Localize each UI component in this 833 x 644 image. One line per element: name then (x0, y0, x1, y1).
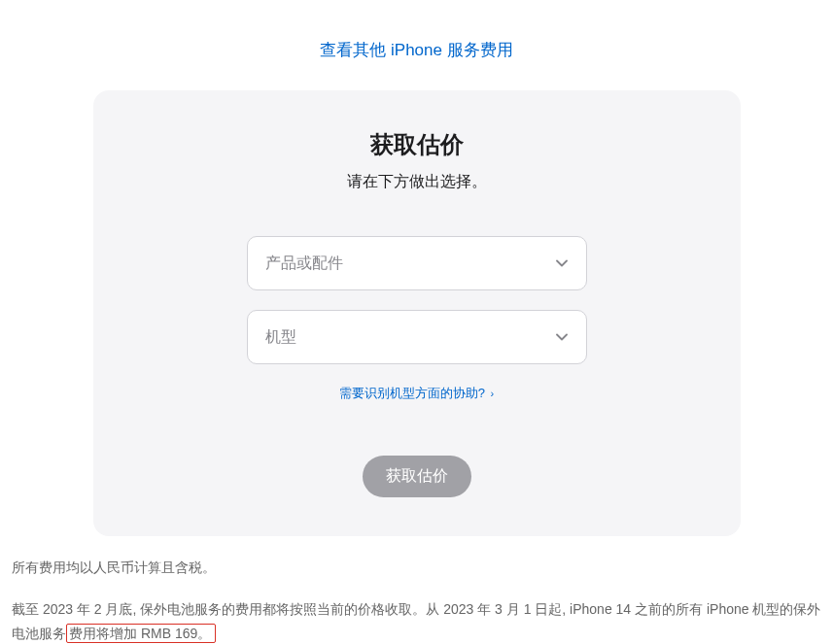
identify-model-help-link[interactable]: 需要识别机型方面的协助? › (339, 386, 495, 400)
card-subtitle: 请在下方做出选择。 (142, 172, 692, 192)
card-title: 获取估价 (142, 129, 692, 160)
estimate-card: 获取估价 请在下方做出选择。 产品或配件 机型 需要识别机型方面的协助? › (93, 90, 741, 536)
model-select[interactable]: 机型 (247, 310, 587, 364)
price-increase-highlight: 费用将增加 RMB 169。 (66, 624, 216, 643)
chevron-down-icon (555, 256, 569, 270)
chevron-right-icon: › (491, 388, 495, 399)
footer-text: 所有费用均以人民币计算且含税。 截至 2023 年 2 月底, 保外电池服务的费… (0, 556, 833, 644)
top-link-container: 查看其他 iPhone 服务费用 (0, 0, 833, 90)
footer-line-1: 所有费用均以人民币计算且含税。 (12, 556, 821, 580)
chevron-down-icon (555, 330, 569, 344)
other-iphone-fees-link[interactable]: 查看其他 iPhone 服务费用 (320, 41, 512, 59)
product-select-placeholder: 产品或配件 (265, 254, 343, 274)
product-select-wrapper: 产品或配件 (247, 236, 587, 290)
get-estimate-button[interactable]: 获取估价 (363, 456, 471, 497)
help-link-container: 需要识别机型方面的协助? › (142, 384, 692, 402)
model-select-placeholder: 机型 (265, 327, 296, 348)
help-link-text: 需要识别机型方面的协助? (339, 386, 485, 400)
model-select-wrapper: 机型 (247, 310, 587, 364)
product-select[interactable]: 产品或配件 (247, 236, 587, 290)
footer-line-2: 截至 2023 年 2 月底, 保外电池服务的费用都将按照当前的价格收取。从 2… (12, 597, 821, 644)
